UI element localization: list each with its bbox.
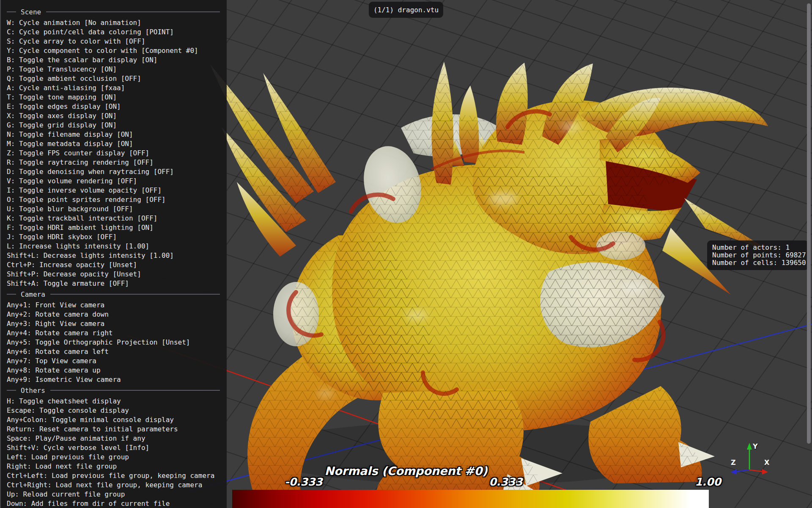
cheatsheet-item: Any+5: Toggle Orthographic Projection [U… xyxy=(7,338,227,347)
filename-text: (1/1) dragon.vtu xyxy=(373,6,439,14)
cheatsheet-item: Q: Toggle ambient occlusion [OFF] xyxy=(7,74,227,83)
cheatsheet-scrollbar-thumb[interactable] xyxy=(807,3,811,444)
cheatsheet-item: H: Toggle cheatsheet display xyxy=(7,397,227,406)
axis-z-label: Z xyxy=(731,458,736,467)
cheatsheet-item: L: Increase lights intensity [1.00] xyxy=(7,242,227,251)
cheatsheet-item: Any+7: Top View camera xyxy=(7,356,227,366)
cheatsheet-item: Any+4: Rotate camera right xyxy=(7,329,227,338)
cheatsheet-item: K: Toggle trackball interaction [OFF] xyxy=(7,214,227,223)
cheatsheet-item: Any+6: Rotate camera left xyxy=(7,347,227,356)
cheatsheet-item: E: Toggle edges display [ON] xyxy=(7,102,227,111)
scalar-bar-tick: -0.333 xyxy=(285,476,322,488)
scalar-bar xyxy=(232,490,709,508)
axes-widget: Y X Z xyxy=(724,437,783,492)
cheatsheet-item: W: Cycle animation [No animation] xyxy=(7,18,227,28)
cheatsheet-item: Shift+A: Toggle armature [OFF] xyxy=(7,279,227,288)
cheatsheet-item: Shift+P: Decrease opacity [Unset] xyxy=(7,270,227,279)
metadata-line: Number of actors: 1 xyxy=(712,244,804,251)
cheatsheet-item: Any+8: Rotate camera up xyxy=(7,366,227,375)
scalar-bar-tick: 1.00 xyxy=(695,476,721,488)
cheatsheet-item: A: Cycle anti-aliasing [fxaa] xyxy=(7,83,227,93)
cheatsheet-item: I: Toggle inverse volume opacity [OFF] xyxy=(7,186,227,195)
cheatsheet-item: Any+9: Isometric View camera xyxy=(7,375,227,384)
cheatsheet-item: Ctrl+Right: Load next file group, keepin… xyxy=(7,480,227,490)
axis-z-arrow xyxy=(731,469,749,475)
cheatsheet-item: Left: Load previous file group xyxy=(7,453,227,462)
cheatsheet-item: X: Toggle axes display [ON] xyxy=(7,111,227,121)
cheatsheet-item: F: Toggle HDRI ambient lighting [ON] xyxy=(7,223,227,232)
cheatsheet-item: Escape: Toggle console display xyxy=(7,406,227,415)
cheatsheet-item: G: Toggle grid display [ON] xyxy=(7,121,227,130)
cheatsheet-item: V: Toggle volume rendering [OFF] xyxy=(7,177,227,186)
cheatsheet-item: N: Toggle filename display [ON] xyxy=(7,130,227,139)
metadata-line: Number of points: 69827 xyxy=(712,251,804,259)
cheatsheet-item: Any+1: Front View camera xyxy=(7,301,227,310)
cheatsheet-item: Shift+V: Cycle verbose level [Info] xyxy=(7,443,227,453)
cheatsheet-section-header-scene: Scene xyxy=(7,7,227,17)
filename-badge: (1/1) dragon.vtu xyxy=(369,2,443,18)
cheatsheet-item: B: Toggle the scalar bar display [ON] xyxy=(7,55,227,65)
cheatsheet-item: Ctrl+Left: Load previous file group, kee… xyxy=(7,471,227,480)
axis-x-arrow xyxy=(749,469,768,475)
cheatsheet-item: O: Toggle point sprites rendering [OFF] xyxy=(7,195,227,204)
cheatsheet-panel: SceneW: Cycle animation [No animation]C:… xyxy=(0,0,227,508)
cheatsheet-item: T: Toggle tone mapping [ON] xyxy=(7,93,227,102)
cheatsheet-item: Any+Colon: Toggle minimal console displa… xyxy=(7,415,227,425)
axis-y-label: Y xyxy=(752,442,758,450)
scalar-bar-tick: 0.333 xyxy=(489,476,522,488)
cheatsheet-item: M: Toggle metadata display [ON] xyxy=(7,139,227,149)
cheatsheet-item: Any+2: Rotate camera down xyxy=(7,310,227,319)
cheatsheet-item: U: Toggle blur background [OFF] xyxy=(7,204,227,214)
cheatsheet-item: J: Toggle HDRI skybox [OFF] xyxy=(7,232,227,242)
cheatsheet-item: Up: Reload current file group xyxy=(7,490,227,499)
cheatsheet-section-header-others: Others xyxy=(7,385,227,395)
cheatsheet-item: Shift+L: Decrease lights intensity [1.00… xyxy=(7,251,227,260)
axis-x-label: X xyxy=(764,458,770,467)
metadata-box: Number of actors: 1 Number of points: 69… xyxy=(707,240,809,270)
cheatsheet-item: Right: Load next file group xyxy=(7,462,227,471)
cheatsheet-item: S: Cycle array to color with [OFF] xyxy=(7,37,227,46)
metadata-line: Number of cells: 139650 xyxy=(712,259,804,267)
cheatsheet-item: Ctrl+P: Increase opacity [Unset] xyxy=(7,260,227,270)
cheatsheet-item: Y: Cycle component to color with [Compon… xyxy=(7,46,227,55)
cheatsheet-item: Z: Toggle FPS counter display [OFF] xyxy=(7,149,227,158)
cheatsheet-item: C: Cycle point/cell data coloring [POINT… xyxy=(7,28,227,37)
cheatsheet-section-header-camera: Camera xyxy=(7,289,227,299)
scalar-bar-title: Normals (Component #0) xyxy=(324,464,487,478)
cheatsheet-item: R: Toggle raytracing rendering [OFF] xyxy=(7,158,227,167)
axis-y-arrow xyxy=(747,443,752,470)
cheatsheet-item: Space: Play/Pause animation if any xyxy=(7,434,227,443)
cheatsheet-item: Any+3: Right View camera xyxy=(7,319,227,329)
cheatsheet-item: Return: Reset camera to initial paramete… xyxy=(7,425,227,434)
cheatsheet-item: D: Toggle denoising when raytracing [OFF… xyxy=(7,167,227,177)
cheatsheet-item: P: Toggle Translucency [ON] xyxy=(7,65,227,74)
cheatsheet-item: Down: Add files from dir of current file xyxy=(7,499,227,508)
